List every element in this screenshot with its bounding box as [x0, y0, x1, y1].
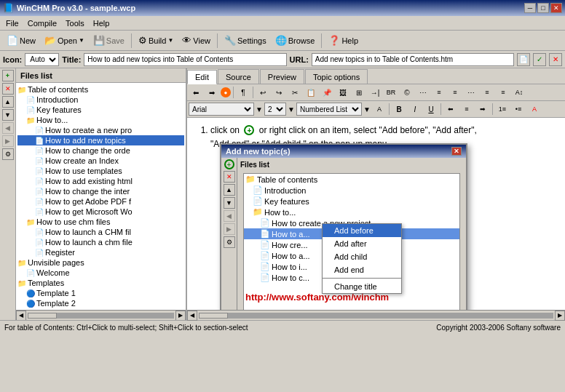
hscroll-right[interactable]: ▶	[175, 311, 186, 321]
tree-item[interactable]: 📄How to get Microsoft Wo	[17, 207, 184, 217]
tree-item[interactable]: 📁Unvisible pages	[17, 257, 184, 268]
ct-format-btn[interactable]: A	[372, 103, 387, 116]
tree-item[interactable]: 📄Welcome	[17, 268, 184, 278]
ct-copy-btn[interactable]: 📋	[304, 86, 318, 99]
view-button[interactable]: 👁 View	[178, 33, 214, 49]
popup-tree-item[interactable]: 📁Table of contents	[244, 174, 459, 185]
content-hscroll-left[interactable]: ◀	[187, 311, 197, 321]
left-hscroll[interactable]: ◀ ▶	[16, 310, 186, 320]
ct-align-right-btn[interactable]: ≡	[448, 86, 462, 99]
content-hscroll-thumb[interactable]	[199, 313, 228, 319]
popup-lt-left[interactable]: ◀	[224, 210, 235, 222]
ct-back-btn[interactable]: ⬅	[189, 86, 203, 99]
tree-area[interactable]: 📁Table of contents📄Introduction📄Key feat…	[16, 83, 186, 310]
ct-italic-btn[interactable]: I	[408, 103, 422, 116]
title-input[interactable]	[84, 53, 286, 66]
close-button[interactable]: ✕	[550, 3, 562, 13]
hscroll-left[interactable]: ◀	[16, 311, 26, 321]
style-combo[interactable]: Numbered List	[296, 103, 362, 116]
ct-unlist-btn[interactable]: ≡	[496, 86, 510, 99]
ctx-add-child[interactable]: Add child	[323, 250, 401, 263]
ct-br-btn[interactable]: BR	[384, 86, 398, 99]
build-button[interactable]: ⚙ Build ▼	[135, 33, 177, 49]
size-combo-arrow[interactable]: ▼	[288, 103, 295, 116]
browse-button[interactable]: 🌐 Browse	[272, 33, 319, 49]
files-list-tab[interactable]: Files list	[16, 68, 186, 83]
font-combo[interactable]: Arial	[189, 103, 254, 116]
ct-align-right2-btn[interactable]: ➡	[475, 103, 490, 116]
ct-outdent-btn[interactable]: A↕	[512, 86, 526, 99]
tree-item[interactable]: 📄How create an Index	[17, 156, 184, 166]
tree-item[interactable]: 📄How to use templates	[17, 166, 184, 176]
tree-item[interactable]: 📄How to add existing html	[17, 176, 184, 186]
tab-edit[interactable]: Edit	[187, 70, 217, 84]
font-combo-arrow[interactable]: ▼	[256, 103, 263, 116]
menu-help[interactable]: Help	[89, 17, 114, 29]
ct-redo-btn[interactable]: ↪	[272, 86, 286, 99]
tab-topic-options[interactable]: Topic options	[305, 69, 368, 84]
ctx-add-end[interactable]: Add end	[323, 263, 401, 276]
popup-close-btn[interactable]: ✕	[451, 147, 462, 156]
content-hscroll-right[interactable]: ▶	[555, 311, 565, 321]
ct-cut-btn[interactable]: ✂	[288, 86, 302, 99]
popup-lt-right[interactable]: ▶	[224, 223, 235, 235]
open-button[interactable]: 📂 Open ▼	[41, 33, 88, 49]
hscroll-thumb[interactable]	[28, 313, 57, 319]
tree-item[interactable]: 📄How to launch a chm file	[17, 237, 184, 247]
tree-item[interactable]: 📄Register	[17, 247, 184, 257]
tree-item[interactable]: 📁How to...	[17, 115, 184, 125]
ct-stop-btn[interactable]: ●	[221, 87, 231, 97]
popup-tree-item[interactable]: 📁How to...	[244, 207, 459, 217]
lt-right-btn[interactable]: ▶	[2, 135, 14, 147]
ct-para-btn[interactable]: ¶	[236, 86, 250, 99]
popup-lt-add[interactable]: +	[224, 159, 234, 169]
ctx-add-after[interactable]: Add after	[323, 237, 401, 250]
popup-lt-extra[interactable]: ⚙	[224, 236, 235, 248]
ct-copyright-btn[interactable]: ©	[400, 86, 414, 99]
tree-item[interactable]: 📁Table of contents	[17, 84, 184, 95]
lt-up-btn[interactable]: ▲	[2, 96, 14, 108]
lt-down-btn[interactable]: ▼	[2, 109, 14, 121]
ct-align-left-btn[interactable]: ≡	[432, 86, 446, 99]
popup-lt-down[interactable]: ▼	[224, 197, 235, 209]
ct-color-btn[interactable]: A	[527, 103, 542, 116]
popup-lt-remove[interactable]: ✕	[224, 171, 235, 183]
tree-item[interactable]: 📄Introduction	[17, 95, 184, 105]
tree-item[interactable]: 📄How to change the inter	[17, 186, 184, 196]
minimize-button[interactable]: ─	[524, 3, 536, 13]
lt-remove-btn[interactable]: ✕	[2, 83, 14, 95]
save-button[interactable]: 💾 Save	[90, 33, 128, 49]
tree-item[interactable]: 📄How to create a new pro	[17, 125, 184, 135]
restore-button[interactable]: □	[537, 3, 549, 13]
tab-preview[interactable]: Preview	[260, 69, 304, 84]
addr-btn-1[interactable]: 📄	[517, 53, 530, 66]
tree-item[interactable]: 📁How to use chm files	[17, 217, 184, 227]
new-button[interactable]: 📄 New	[3, 33, 39, 49]
size-combo[interactable]: 2	[264, 103, 286, 116]
ct-ul-btn[interactable]: •≡	[511, 103, 526, 116]
addr-btn-2[interactable]: ✓	[533, 53, 546, 66]
menu-tools[interactable]: Tools	[61, 17, 89, 29]
ct-indent-btn[interactable]: →|	[368, 86, 382, 99]
menu-compile[interactable]: Compile	[23, 17, 61, 29]
tree-item[interactable]: 🔵Template 1	[17, 288, 184, 298]
lt-extra-btn[interactable]: ⚙	[2, 148, 14, 160]
ct-more1-btn[interactable]: ⋯	[416, 86, 430, 99]
ct-bold-btn[interactable]: B	[392, 103, 406, 116]
ct-align-center-btn[interactable]: ≡	[459, 103, 474, 116]
ct-underline-btn[interactable]: U	[424, 103, 438, 116]
url-input[interactable]	[312, 53, 514, 66]
tree-item[interactable]: 📄How to launch a CHM fil	[17, 227, 184, 237]
tree-item[interactable]: 📄How to get Adobe PDF f	[17, 196, 184, 207]
style-combo-arrow[interactable]: ▼	[363, 103, 371, 116]
ct-forward-btn[interactable]: ➡	[205, 86, 219, 99]
lt-add-btn[interactable]: +	[2, 70, 14, 81]
menu-file[interactable]: File	[1, 17, 23, 29]
content-hscroll[interactable]: ◀ ▶	[187, 310, 565, 320]
icon-combo[interactable]: Auto	[25, 53, 59, 66]
ct-undo-btn[interactable]: ↩	[256, 86, 270, 99]
lt-left-btn[interactable]: ◀	[2, 122, 14, 134]
tree-item[interactable]: 📁Templates	[17, 278, 184, 288]
ct-ol-btn[interactable]: 1≡	[495, 103, 510, 116]
ctx-add-before[interactable]: Add before	[323, 224, 401, 237]
